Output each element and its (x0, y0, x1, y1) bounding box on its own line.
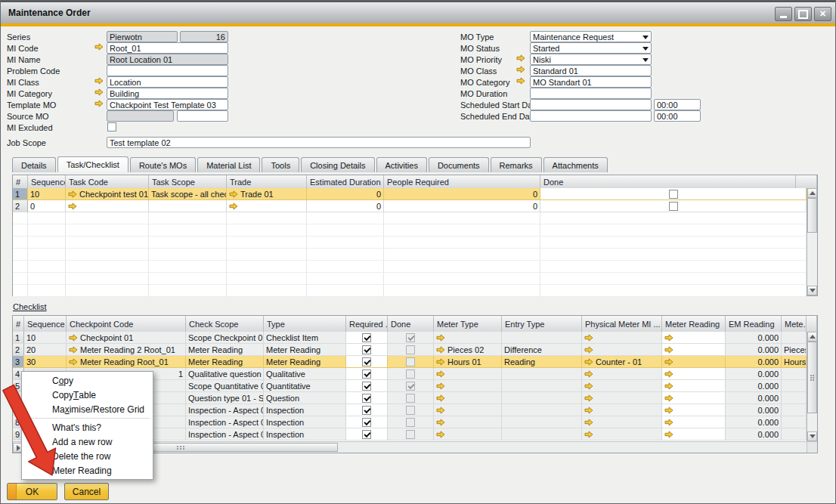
cell-check-scope[interactable]: Qualitative question 01 (186, 368, 264, 380)
cell-meter-uom[interactable]: Hours ( (782, 356, 807, 368)
mo-status-combo[interactable]: Started (530, 42, 652, 54)
cell-type[interactable]: Qualitative (264, 368, 346, 380)
cell-meter-reading[interactable] (662, 368, 726, 380)
cell-type[interactable]: Inspection (264, 428, 346, 441)
link-arrow-icon[interactable] (664, 382, 673, 390)
checkbox-checked[interactable] (362, 430, 371, 439)
scheduled-end-date-field[interactable] (530, 110, 652, 122)
cell-em-reading[interactable]: 0.000 (726, 368, 782, 380)
col-header-task-scope[interactable]: Task Scope (149, 175, 227, 188)
cell-done[interactable] (388, 416, 434, 428)
cell-type[interactable]: Checklist Item (264, 332, 346, 344)
cell-required[interactable] (346, 356, 388, 368)
cell-meter-type[interactable]: Hours 01 (434, 356, 502, 368)
cell-meter-reading[interactable] (662, 392, 726, 404)
cell-check-scope[interactable]: Inspection - Aspect 01, (186, 404, 264, 416)
cell-meter-type[interactable] (434, 404, 502, 416)
link-arrow-icon[interactable] (664, 407, 673, 414)
dropdown-arrow-icon[interactable] (642, 36, 649, 39)
col-header-entry-type[interactable]: Entry Type (502, 316, 582, 332)
cell-required[interactable] (346, 392, 388, 404)
scrollbar-thumb[interactable] (807, 198, 817, 233)
mo-priority-combo[interactable]: Niski (530, 54, 652, 65)
cell-type[interactable]: Quantitative (264, 380, 346, 392)
cell-em-reading[interactable]: 0.000 (726, 380, 782, 392)
link-arrow-icon[interactable] (584, 431, 593, 438)
cell-done[interactable] (388, 356, 434, 368)
link-arrow-icon[interactable] (584, 370, 593, 378)
cell-check-scope[interactable]: Question type 01 - Sco (186, 392, 264, 404)
cell-entry-type[interactable]: Difference (502, 344, 582, 356)
link-arrow-icon[interactable] (664, 370, 673, 378)
cell-checkpoint-code[interactable]: Meter Reading Root_01 (67, 356, 186, 368)
link-arrow-icon[interactable] (436, 334, 445, 342)
cell-meter-uom[interactable] (782, 332, 807, 344)
cell-physical-meter[interactable] (582, 392, 662, 404)
cell-meter-type[interactable] (434, 428, 502, 441)
link-arrow-icon[interactable] (69, 346, 78, 354)
checkbox-checked[interactable] (362, 369, 371, 379)
checkbox-checked[interactable] (362, 333, 371, 342)
link-arrow-icon[interactable] (436, 431, 445, 438)
tab-activities[interactable]: Activities (376, 157, 427, 172)
checkbox-checked[interactable] (362, 357, 371, 366)
minimize-button[interactable] (775, 7, 792, 21)
cell-sequence[interactable]: 20 (24, 344, 67, 356)
cell-sequence[interactable]: 10 (28, 188, 66, 200)
scroll-up-button[interactable] (807, 332, 817, 342)
cell-sequence[interactable]: 0 (28, 200, 66, 212)
menu-item-maximise-restore-grid[interactable]: Maximise/Restore Grid (22, 402, 153, 416)
cell-check-scope[interactable]: Meter Reading (186, 344, 264, 356)
link-arrow-icon[interactable] (664, 431, 673, 438)
cell-meter-reading[interactable] (662, 416, 726, 428)
cell-meter-reading[interactable] (662, 332, 726, 344)
menu-item-what-s-this[interactable]: What's this? (22, 420, 153, 434)
row-number[interactable]: 2 (13, 344, 24, 356)
cell-done[interactable] (388, 404, 434, 416)
menu-item-meter-reading[interactable]: Meter Reading (22, 463, 153, 478)
cell-entry-type[interactable] (502, 332, 582, 344)
cell-meter-uom[interactable]: Pieces ( (782, 344, 807, 356)
cell-meter-uom[interactable] (782, 392, 807, 404)
link-arrow-icon[interactable] (68, 190, 77, 198)
col-header-sequence[interactable]: Sequence (24, 316, 67, 332)
cell-physical-meter[interactable] (582, 416, 662, 428)
cell-checkpoint-code[interactable]: Meter Reading 2 Root_01 (67, 344, 186, 356)
link-arrow-icon[interactable] (584, 334, 593, 342)
link-arrow-icon[interactable] (436, 419, 445, 426)
col-header-row-number[interactable]: # (13, 316, 24, 332)
cell-meter-uom[interactable] (782, 404, 807, 416)
cell-entry-type[interactable] (502, 392, 582, 404)
col-header-required[interactable]: Required ... (346, 316, 388, 332)
col-header-done[interactable]: Done (388, 316, 434, 332)
cell-required[interactable] (346, 344, 388, 356)
cell-check-scope[interactable]: Scope Checkpoint 01 (186, 332, 264, 344)
cell-done[interactable] (540, 200, 807, 212)
link-arrow-icon[interactable] (584, 394, 593, 402)
cell-sequence[interactable]: 30 (24, 356, 67, 368)
checkbox-checked[interactable] (362, 394, 371, 403)
cell-check-scope[interactable]: Inspection - Aspect 01, (186, 428, 264, 441)
col-header-estimated-duration[interactable]: Estimated Duration (307, 175, 384, 188)
cell-trade[interactable]: Trade 01 (227, 188, 307, 200)
link-arrow-icon[interactable] (436, 370, 445, 378)
checkbox-unchecked[interactable] (669, 190, 678, 199)
col-header-mete[interactable]: Mete... (782, 316, 807, 332)
cell-done[interactable] (388, 392, 434, 404)
checkbox-checked[interactable] (362, 382, 371, 391)
cell-type[interactable]: Question (264, 392, 346, 404)
col-header-meter-reading[interactable]: Meter Reading (662, 316, 726, 332)
scheduled-start-date-field[interactable] (530, 99, 652, 110)
scrollbar-thumb[interactable] (807, 342, 817, 413)
cell-sequence[interactable]: 10 (24, 332, 67, 344)
cell-meter-uom[interactable] (782, 368, 807, 380)
link-arrow-icon[interactable] (584, 358, 593, 366)
link-arrow-icon[interactable] (516, 66, 525, 73)
scheduled-end-time-field[interactable]: 00:00 (654, 110, 701, 122)
cell-meter-reading[interactable] (662, 344, 726, 356)
cell-required[interactable] (346, 332, 388, 344)
cell-done[interactable] (388, 344, 434, 356)
cell-physical-meter[interactable] (582, 428, 662, 441)
cell-entry-type[interactable] (502, 380, 582, 392)
tab-documents[interactable]: Documents (429, 157, 489, 172)
